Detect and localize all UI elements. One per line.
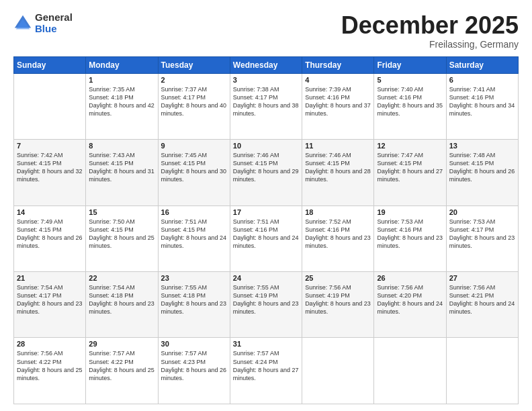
weekday-header-wednesday: Wednesday xyxy=(230,56,302,73)
weekday-header-sunday: Sunday xyxy=(14,56,86,73)
calendar-week-row: 7Sunrise: 7:42 AMSunset: 4:15 PMDaylight… xyxy=(14,140,519,205)
day-number: 9 xyxy=(161,142,227,150)
weekday-header-row: SundayMondayTuesdayWednesdayThursdayFrid… xyxy=(14,56,519,73)
day-number: 2 xyxy=(161,76,227,84)
cell-info: Sunrise: 7:37 AMSunset: 4:17 PMDaylight:… xyxy=(161,85,227,118)
weekday-header-saturday: Saturday xyxy=(446,56,518,73)
logo-icon xyxy=(13,14,32,33)
day-number: 22 xyxy=(89,274,154,282)
cell-info: Sunrise: 7:51 AMSunset: 4:15 PMDaylight:… xyxy=(161,218,227,250)
weekday-header-friday: Friday xyxy=(374,56,446,73)
cell-info: Sunrise: 7:53 AMSunset: 4:17 PMDaylight:… xyxy=(449,218,515,250)
cell-info: Sunrise: 7:42 AMSunset: 4:15 PMDaylight:… xyxy=(17,151,83,184)
cell-info: Sunrise: 7:54 AMSunset: 4:18 PMDaylight:… xyxy=(89,283,154,316)
month-title: December 2025 xyxy=(341,12,519,39)
cell-info: Sunrise: 7:48 AMSunset: 4:15 PMDaylight:… xyxy=(449,151,515,184)
calendar-cell: 17Sunrise: 7:51 AMSunset: 4:16 PMDayligh… xyxy=(230,205,302,271)
cell-info: Sunrise: 7:56 AMSunset: 4:20 PMDaylight:… xyxy=(377,283,443,316)
day-number: 3 xyxy=(233,76,299,84)
cell-info: Sunrise: 7:55 AMSunset: 4:18 PMDaylight:… xyxy=(161,283,227,316)
day-number: 10 xyxy=(233,142,299,150)
calendar-cell: 29Sunrise: 7:57 AMSunset: 4:22 PMDayligh… xyxy=(86,338,158,404)
day-number: 7 xyxy=(17,142,83,150)
cell-info: Sunrise: 7:35 AMSunset: 4:18 PMDaylight:… xyxy=(89,85,154,118)
cell-info: Sunrise: 7:55 AMSunset: 4:19 PMDaylight:… xyxy=(233,283,299,316)
logo: General Blue xyxy=(13,12,73,34)
cell-info: Sunrise: 7:57 AMSunset: 4:23 PMDaylight:… xyxy=(161,349,227,382)
cell-info: Sunrise: 7:47 AMSunset: 4:15 PMDaylight:… xyxy=(377,151,443,184)
day-number: 21 xyxy=(17,274,83,282)
calendar-cell: 10Sunrise: 7:46 AMSunset: 4:15 PMDayligh… xyxy=(230,140,302,205)
day-number: 16 xyxy=(161,208,227,216)
day-number: 14 xyxy=(17,208,83,216)
cell-info: Sunrise: 7:39 AMSunset: 4:16 PMDaylight:… xyxy=(305,85,371,118)
day-number: 18 xyxy=(305,208,371,216)
day-number: 15 xyxy=(89,208,154,216)
logo-general-text: General xyxy=(35,12,73,24)
calendar-cell: 28Sunrise: 7:56 AMSunset: 4:22 PMDayligh… xyxy=(14,338,86,404)
day-number: 4 xyxy=(305,76,371,84)
day-number: 24 xyxy=(233,274,299,282)
cell-info: Sunrise: 7:57 AMSunset: 4:24 PMDaylight:… xyxy=(233,349,299,382)
cell-info: Sunrise: 7:45 AMSunset: 4:15 PMDaylight:… xyxy=(161,151,227,184)
cell-info: Sunrise: 7:56 AMSunset: 4:22 PMDaylight:… xyxy=(17,349,83,382)
cell-info: Sunrise: 7:46 AMSunset: 4:15 PMDaylight:… xyxy=(233,151,299,184)
calendar-week-row: 28Sunrise: 7:56 AMSunset: 4:22 PMDayligh… xyxy=(14,338,519,404)
calendar-cell: 4Sunrise: 7:39 AMSunset: 4:16 PMDaylight… xyxy=(302,73,374,139)
cell-info: Sunrise: 7:41 AMSunset: 4:16 PMDaylight:… xyxy=(449,85,515,118)
cell-info: Sunrise: 7:57 AMSunset: 4:22 PMDaylight:… xyxy=(89,349,154,382)
cell-info: Sunrise: 7:38 AMSunset: 4:17 PMDaylight:… xyxy=(233,85,299,118)
calendar-cell xyxy=(374,338,446,404)
cell-info: Sunrise: 7:50 AMSunset: 4:15 PMDaylight:… xyxy=(89,218,154,250)
calendar-cell xyxy=(302,338,374,404)
calendar-cell: 12Sunrise: 7:47 AMSunset: 4:15 PMDayligh… xyxy=(374,140,446,205)
calendar-cell: 30Sunrise: 7:57 AMSunset: 4:23 PMDayligh… xyxy=(158,338,230,404)
calendar-cell: 2Sunrise: 7:37 AMSunset: 4:17 PMDaylight… xyxy=(158,73,230,139)
day-number: 31 xyxy=(233,340,299,348)
cell-info: Sunrise: 7:54 AMSunset: 4:17 PMDaylight:… xyxy=(17,283,83,316)
calendar-table: SundayMondayTuesdayWednesdayThursdayFrid… xyxy=(13,56,519,404)
day-number: 20 xyxy=(449,208,515,216)
day-number: 17 xyxy=(233,208,299,216)
calendar-week-row: 21Sunrise: 7:54 AMSunset: 4:17 PMDayligh… xyxy=(14,272,519,338)
calendar-cell: 26Sunrise: 7:56 AMSunset: 4:20 PMDayligh… xyxy=(374,272,446,338)
calendar-cell: 3Sunrise: 7:38 AMSunset: 4:17 PMDaylight… xyxy=(230,73,302,139)
day-number: 13 xyxy=(449,142,515,150)
cell-info: Sunrise: 7:46 AMSunset: 4:15 PMDaylight:… xyxy=(305,151,371,184)
cell-info: Sunrise: 7:53 AMSunset: 4:16 PMDaylight:… xyxy=(377,218,443,250)
calendar-cell: 11Sunrise: 7:46 AMSunset: 4:15 PMDayligh… xyxy=(302,140,374,205)
cell-info: Sunrise: 7:43 AMSunset: 4:15 PMDaylight:… xyxy=(89,151,154,184)
calendar-cell: 23Sunrise: 7:55 AMSunset: 4:18 PMDayligh… xyxy=(158,272,230,338)
calendar-cell: 22Sunrise: 7:54 AMSunset: 4:18 PMDayligh… xyxy=(86,272,158,338)
day-number: 30 xyxy=(161,340,227,348)
calendar-cell: 14Sunrise: 7:49 AMSunset: 4:15 PMDayligh… xyxy=(14,205,86,271)
day-number: 26 xyxy=(377,274,443,282)
day-number: 28 xyxy=(17,340,83,348)
title-block: December 2025 Freilassing, Germany xyxy=(341,12,519,50)
calendar-week-row: 14Sunrise: 7:49 AMSunset: 4:15 PMDayligh… xyxy=(14,205,519,271)
calendar-cell: 9Sunrise: 7:45 AMSunset: 4:15 PMDaylight… xyxy=(158,140,230,205)
calendar-cell: 19Sunrise: 7:53 AMSunset: 4:16 PMDayligh… xyxy=(374,205,446,271)
calendar-cell: 24Sunrise: 7:55 AMSunset: 4:19 PMDayligh… xyxy=(230,272,302,338)
cell-info: Sunrise: 7:40 AMSunset: 4:16 PMDaylight:… xyxy=(377,85,443,118)
calendar-cell: 8Sunrise: 7:43 AMSunset: 4:15 PMDaylight… xyxy=(86,140,158,205)
calendar-cell: 15Sunrise: 7:50 AMSunset: 4:15 PMDayligh… xyxy=(86,205,158,271)
calendar-cell xyxy=(446,338,518,404)
weekday-header-monday: Monday xyxy=(86,56,158,73)
day-number: 19 xyxy=(377,208,443,216)
day-number: 5 xyxy=(377,76,443,84)
calendar-cell: 20Sunrise: 7:53 AMSunset: 4:17 PMDayligh… xyxy=(446,205,518,271)
calendar-cell: 27Sunrise: 7:56 AMSunset: 4:21 PMDayligh… xyxy=(446,272,518,338)
calendar-cell: 1Sunrise: 7:35 AMSunset: 4:18 PMDaylight… xyxy=(86,73,158,139)
day-number: 8 xyxy=(89,142,154,150)
calendar-page: General Blue December 2025 Freilassing, … xyxy=(0,0,532,411)
day-number: 25 xyxy=(305,274,371,282)
calendar-cell: 25Sunrise: 7:56 AMSunset: 4:19 PMDayligh… xyxy=(302,272,374,338)
calendar-cell: 13Sunrise: 7:48 AMSunset: 4:15 PMDayligh… xyxy=(446,140,518,205)
weekday-header-thursday: Thursday xyxy=(302,56,374,73)
cell-info: Sunrise: 7:56 AMSunset: 4:19 PMDaylight:… xyxy=(305,283,371,316)
calendar-cell: 16Sunrise: 7:51 AMSunset: 4:15 PMDayligh… xyxy=(158,205,230,271)
cell-info: Sunrise: 7:51 AMSunset: 4:16 PMDaylight:… xyxy=(233,218,299,250)
weekday-header-tuesday: Tuesday xyxy=(158,56,230,73)
day-number: 1 xyxy=(89,76,154,84)
